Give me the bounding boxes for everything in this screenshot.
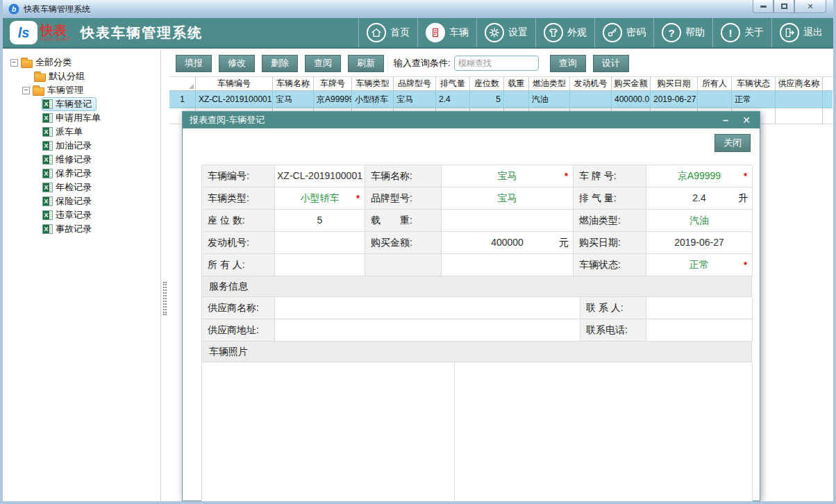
unit-label: 升 (738, 187, 748, 209)
tree-item-dispatch[interactable]: 派车单 (42, 125, 87, 139)
tree-item-default-group[interactable]: 默认分组 (33, 69, 90, 83)
column-header-load[interactable]: 载重 (504, 77, 529, 91)
tree-item-refuel-records[interactable]: 加油记录 (42, 139, 97, 153)
collapse-icon[interactable]: − (22, 87, 30, 94)
tree-item-all-categories[interactable]: − 全部分类 (10, 56, 76, 69)
field-label-vehicle-status: 车辆状态: (574, 254, 646, 276)
column-header-vehicle-name[interactable]: 车辆名称 (273, 77, 314, 91)
fill-report-button[interactable]: 填报 (176, 55, 212, 72)
restore-button[interactable] (774, 0, 794, 13)
column-header-purchase-date[interactable]: 购买日期 (651, 77, 698, 91)
tree-item-label: 车辆登记 (56, 98, 92, 110)
column-header-vehicle-status[interactable]: 车辆状态 (732, 77, 776, 91)
svg-text:b: b (12, 6, 16, 13)
column-header-engine-number[interactable]: 发动机号 (570, 77, 612, 91)
tree-item-label: 车辆管理 (47, 84, 83, 96)
tree-item-label: 年检记录 (56, 181, 92, 194)
tree-item-label: 全部分类 (35, 56, 72, 69)
query-button[interactable]: 查询 (550, 55, 586, 72)
cell-purchase-amount: 400000.0 (612, 91, 651, 108)
nav-item-label: 外观 (567, 26, 587, 39)
field-label-load: 载 重: (365, 210, 442, 232)
form-row: 车辆编号: XZ-CL-2019100001 车辆名称: 宝马* 车 牌 号: … (202, 165, 752, 187)
table-row[interactable]: 1 XZ-CL-2019100001 宝马 京A99999 小型轿车 宝马 2.… (169, 91, 833, 108)
close-icon: ✕ (807, 2, 813, 11)
field-value-seats: 5 (275, 210, 365, 232)
excel-report-icon (42, 141, 53, 151)
nav-item-about[interactable]: ! 关于 (712, 18, 771, 47)
cell-purchase-date: 2019-06-27 (651, 91, 698, 108)
tree-item-repair-records[interactable]: 维修记录 (42, 153, 97, 167)
column-header-seats[interactable]: 座位数 (470, 77, 504, 91)
tree-item-accident-records[interactable]: 事故记录 (42, 222, 97, 236)
field-label-fuel-type: 燃油类型: (574, 210, 646, 232)
design-button[interactable]: 设计 (593, 55, 629, 72)
delete-button[interactable]: 删除 (262, 55, 298, 72)
tree-item-violation-records[interactable]: 违章记录 (42, 208, 97, 222)
folder-icon (34, 74, 46, 82)
nav-item-appearance[interactable]: 外观 (535, 18, 594, 47)
cell-owner (698, 91, 732, 108)
field-label-vehicle-type: 车辆类型: (202, 187, 275, 210)
field-label-plate-number: 车 牌 号: (574, 165, 646, 187)
nav-item-vehicle[interactable]: 车辆 (417, 18, 476, 47)
photo-panel-left (202, 362, 455, 504)
form-row: 供应商名称: 联 系 人: (202, 297, 752, 319)
field-value-engine-number (275, 232, 365, 254)
dialog-close-icon[interactable]: ✕ (740, 115, 753, 125)
toolbar: 填报 修改 删除 查阅 刷新 输入查询条件: 查询 设计 (176, 54, 833, 72)
close-button[interactable]: ✕ (794, 0, 826, 13)
column-header-fuel-type[interactable]: 燃油类型 (529, 77, 570, 91)
field-value-contact-phone (646, 319, 753, 342)
refresh-button[interactable]: 刷新 (348, 55, 384, 72)
sidebar-tree: − 全部分类 默认分组 − 车辆管理 车辆登记 申请用车单 (3, 50, 161, 501)
column-header-displacement[interactable]: 排气量 (436, 77, 470, 91)
nav-item-settings[interactable]: 设置 (476, 18, 535, 47)
cell-brand-model: 宝马 (394, 91, 436, 108)
shirt-icon (544, 23, 563, 42)
search-condition-label: 输入查询条件: (394, 57, 451, 69)
nav-item-password[interactable]: 密码 (594, 18, 653, 47)
cell-vehicle-type: 小型轿车 (352, 91, 394, 108)
column-header-supplier-name[interactable]: 供应商名称 (776, 77, 823, 91)
cell-supplier-name (776, 91, 823, 108)
view-button[interactable]: 查阅 (305, 55, 341, 72)
dialog-body: 关闭 车辆编号: XZ-CL-2019100001 车辆名称: 宝马* 车 牌 … (183, 128, 760, 501)
tree-item-vehicle-register[interactable]: 车辆登记 (42, 97, 97, 111)
collapse-icon[interactable]: − (10, 59, 18, 67)
field-label-vehicle-code: 车辆编号: (202, 165, 275, 187)
column-header-vehicle-type[interactable]: 车辆类型 (352, 77, 394, 91)
column-header-owner[interactable]: 所有人 (698, 77, 732, 91)
nav-item-label: 密码 (626, 26, 646, 39)
nav-item-exit[interactable]: 退出 (771, 18, 830, 47)
nav-item-label: 退出 (803, 26, 823, 39)
nav-item-help[interactable]: ? 帮助 (653, 18, 712, 47)
tree-item-inspection-records[interactable]: 年检记录 (42, 180, 97, 194)
home-icon (367, 23, 386, 42)
tree-item-maintenance-records[interactable]: 保养记录 (42, 167, 97, 180)
splitter-handle[interactable] (161, 50, 169, 501)
gear-icon (485, 23, 504, 42)
dialog-minimize-icon[interactable]: – (719, 115, 732, 125)
tree-item-vehicle-request[interactable]: 申请用车单 (42, 111, 106, 125)
column-header-plate-number[interactable]: 车牌号 (314, 77, 352, 91)
field-value-blank (442, 254, 574, 276)
field-label-seats: 座 位 数: (202, 210, 275, 232)
form-row: 座 位 数: 5 载 重: 燃油类型: 汽油 (202, 210, 752, 232)
cell-load (504, 91, 529, 108)
search-input[interactable] (454, 56, 539, 71)
modify-button[interactable]: 修改 (219, 55, 255, 72)
select-all-cell[interactable] (169, 77, 196, 91)
tree-item-vehicle-management[interactable]: − 车辆管理 (22, 83, 88, 97)
column-header-brand-model[interactable]: 品牌型号 (394, 77, 436, 91)
tree-item-label: 加油记录 (56, 140, 92, 152)
column-header-partial[interactable] (823, 77, 833, 91)
tree-item-insurance-records[interactable]: 保险记录 (42, 194, 97, 208)
nav-item-home[interactable]: 首页 (358, 18, 417, 47)
column-header-vehicle-code[interactable]: 车辆编号 (196, 77, 273, 91)
minimize-button[interactable] (753, 0, 774, 13)
logo-subtext: KUAI BIAO (40, 37, 71, 42)
close-dialog-button[interactable]: 关闭 (714, 134, 751, 152)
main-nav: 首页 车辆 设置 外观 (358, 18, 830, 47)
column-header-purchase-amount[interactable]: 购买金额 (612, 77, 651, 91)
